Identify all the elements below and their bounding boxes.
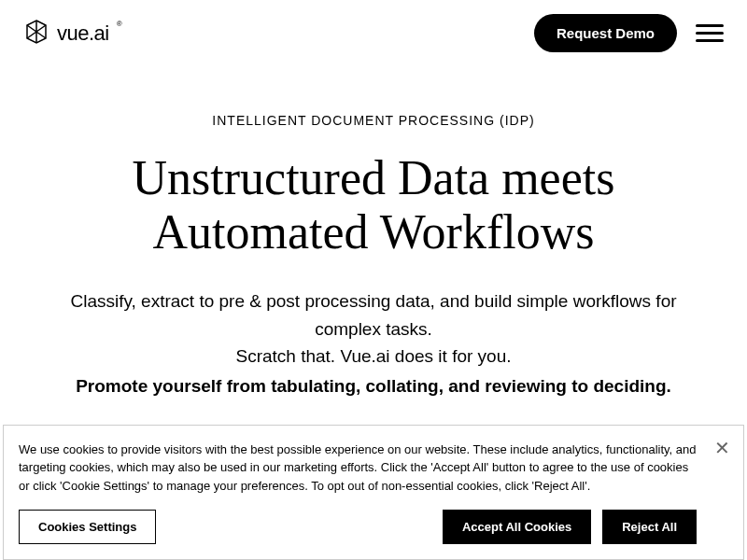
- cookie-buttons: Cookies Settings Accept All Cookies Reje…: [19, 510, 697, 544]
- close-icon[interactable]: ✕: [714, 437, 730, 459]
- cookie-text: We use cookies to provide visitors with …: [19, 441, 697, 496]
- reject-all-button[interactable]: Reject All: [602, 510, 697, 544]
- logo-icon: [23, 19, 49, 49]
- accept-all-cookies-button[interactable]: Accept All Cookies: [443, 510, 591, 544]
- hero-title: Unstructured Data meets Automated Workfl…: [37, 151, 710, 259]
- hero-description-line-1: Classify, extract to pre & post processi…: [56, 287, 691, 343]
- hamburger-line: [696, 39, 724, 42]
- request-demo-button[interactable]: Request Demo: [534, 14, 677, 52]
- header-right: Request Demo: [534, 14, 724, 52]
- hero-section: INTELLIGENT DOCUMENT PROCESSING (IDP) Un…: [0, 66, 747, 418]
- cookie-banner: ✕ We use cookies to provide visitors wit…: [3, 425, 744, 561]
- hero-description: Classify, extract to pre & post processi…: [56, 287, 691, 399]
- cookies-settings-button[interactable]: Cookies Settings: [19, 510, 156, 544]
- logo-text: vue.ai: [57, 21, 109, 46]
- header: vue.ai ® Request Demo: [0, 0, 747, 66]
- hamburger-line: [696, 32, 724, 35]
- registered-mark: ®: [117, 20, 122, 28]
- hero-eyebrow: INTELLIGENT DOCUMENT PROCESSING (IDP): [37, 113, 710, 128]
- hamburger-line: [696, 24, 724, 27]
- logo[interactable]: vue.ai ®: [23, 19, 122, 49]
- hamburger-menu-icon[interactable]: [696, 24, 724, 42]
- hero-bold-line: Promote yourself from tabulating, collat…: [56, 372, 691, 399]
- hero-description-line-2: Scratch that. Vue.ai does it for you.: [56, 343, 691, 370]
